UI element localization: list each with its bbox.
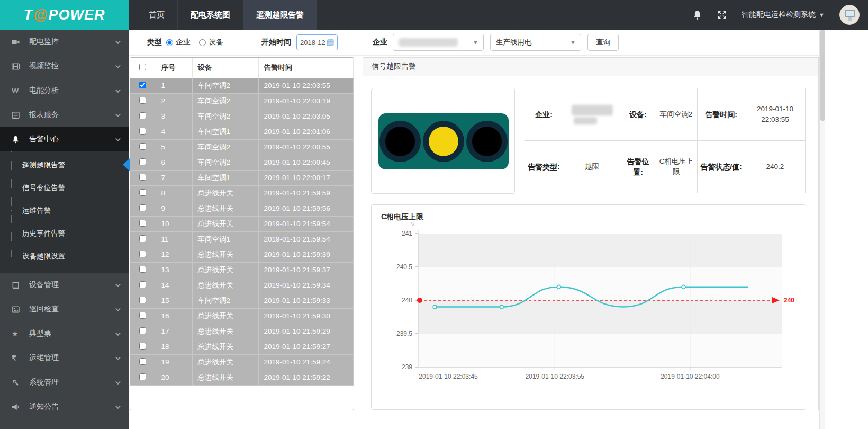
rupee-icon: ₹	[12, 354, 22, 362]
table-row[interactable]: 11 车间空调1 2019-01-10 21:59:54	[130, 231, 354, 247]
row-checkbox[interactable]	[139, 373, 146, 380]
table-row[interactable]: 20 总进线开关 2019-01-10 21:59:22	[130, 370, 354, 385]
start-time-input[interactable]: 2018-12	[296, 34, 338, 50]
select-all-checkbox[interactable]	[139, 64, 146, 70]
row-checkbox[interactable]	[139, 97, 146, 104]
sidebar-item-notice[interactable]: 通知公告	[0, 395, 129, 419]
sidebar-subitem-signal-change-alarm[interactable]: 信号变位告警	[0, 176, 129, 199]
page-scrollbar-thumb[interactable]	[820, 30, 825, 121]
image-icon	[12, 306, 22, 314]
table-row[interactable]: 19 总进线开关 2019-01-10 21:59:24	[130, 354, 354, 370]
type-radio-0[interactable]: 企业	[166, 38, 191, 47]
table-row[interactable]: 4 车间空调1 2019-01-10 22:01:06	[130, 124, 354, 139]
table-row[interactable]: 9 总进线开关 2019-01-10 21:59:56	[130, 201, 354, 216]
table-row[interactable]: 17 总进线开关 2019-01-10 21:59:29	[130, 324, 354, 339]
table-row[interactable]: 8 总进线开关 2019-01-10 21:59:59	[130, 185, 354, 201]
type-radio-1[interactable]: 设备	[199, 38, 223, 47]
row-checkbox[interactable]	[139, 343, 146, 350]
row-checkbox[interactable]	[139, 251, 146, 257]
row-checkbox[interactable]	[139, 312, 146, 319]
fullscreen-icon[interactable]	[717, 10, 727, 20]
row-checkbox[interactable]	[139, 235, 146, 242]
sidebar-subitem-device-limit-setting[interactable]: 设备越限设置	[0, 245, 129, 267]
svg-text:241: 241	[402, 230, 412, 237]
row-checkbox[interactable]	[139, 112, 146, 119]
table-row[interactable]: 6 车间空调2 2019-01-10 22:00:45	[130, 155, 354, 170]
sidebar: 配电监控 视频监控 ₩ 电能分析 报表服务 告警中心 遥测越限告警信号变位告警运…	[0, 30, 129, 429]
detail-panel-title: 信号越限告警	[363, 58, 818, 76]
sidebar-subitem-telemetry-limit-alarm[interactable]: 遥测越限告警	[0, 154, 129, 176]
sidebar-item-distribution-monitor[interactable]: 配电监控	[0, 30, 129, 54]
sidebar-item-alarm-center[interactable]: 告警中心	[0, 127, 129, 151]
sidebar-item-system-mgmt[interactable]: 系统管理	[0, 370, 129, 395]
table-row[interactable]: 5 车间空调2 2019-01-10 22:00:55	[130, 139, 354, 155]
info-label: 告警位置:	[621, 141, 655, 193]
row-checkbox[interactable]	[139, 128, 146, 135]
nav-tab-telemetry-limit-alarm[interactable]: 遥测越限告警	[243, 0, 317, 30]
sidebar-item-report-service[interactable]: 报表服务	[0, 103, 129, 127]
sidebar-item-patrol-inspection[interactable]: 巡回检查	[0, 297, 129, 321]
chevron-down-icon	[115, 282, 121, 287]
alarm-info-table: 企业:设备:车间空调2告警时间:2019-01-10 22:03:55告警类型:…	[525, 88, 806, 194]
nav-tab-distribution-diagram[interactable]: 配电系统图	[177, 0, 243, 30]
user-avatar[interactable]	[839, 5, 860, 25]
row-checkbox[interactable]	[139, 143, 146, 150]
sidebar-subitem-ops-alarm[interactable]: 运维告警	[0, 199, 129, 222]
alarm-table: 序号 设备 告警时间 1 车间空调2 2019-01-10 22:03:55 2…	[130, 58, 354, 386]
chevron-down-icon	[115, 112, 121, 117]
row-checkbox[interactable]	[139, 82, 146, 88]
table-row[interactable]: 13 总进线开关 2019-01-10 21:59:37	[130, 262, 354, 278]
row-checkbox[interactable]	[139, 158, 146, 165]
row-checkbox[interactable]	[139, 266, 146, 273]
radio-input[interactable]	[166, 39, 173, 46]
query-button[interactable]: 查询	[587, 34, 619, 51]
nav-tab-home[interactable]: 首页	[136, 0, 177, 30]
sidebar-subitem-history-event-alarm[interactable]: 历史事件告警	[0, 222, 129, 245]
type-radio-group: 企业设备	[166, 38, 223, 47]
sidebar-item-video-monitor[interactable]: 视频监控	[0, 54, 129, 78]
notification-bell-icon[interactable]	[692, 10, 702, 20]
megaphone-icon	[12, 403, 22, 411]
sidebar-item-ops-mgmt[interactable]: ₹ 运维管理	[0, 346, 129, 370]
table-row[interactable]: 16 总进线开关 2019-01-10 21:59:30	[130, 308, 354, 324]
chevron-down-icon	[115, 379, 121, 385]
filter-bar: 类型 企业设备 开始时间 2018-12 企业 ▼ 生产线用电 ▼ 查询	[129, 30, 819, 56]
sidebar-item-energy-analysis[interactable]: ₩ 电能分析	[0, 78, 129, 103]
table-row[interactable]: 1 车间空调2 2019-01-10 22:03:55	[130, 78, 354, 93]
row-checkbox[interactable]	[139, 220, 146, 227]
row-checkbox[interactable]	[139, 189, 146, 196]
svg-text:2019-01-10 22:04:00: 2019-01-10 22:04:00	[661, 373, 720, 380]
start-time-value: 2018-12	[300, 39, 326, 47]
radio-input[interactable]	[199, 39, 206, 46]
table-row[interactable]: 14 总进线开关 2019-01-10 21:59:34	[130, 278, 354, 293]
company-select[interactable]: ▼	[393, 34, 484, 51]
table-row[interactable]: 2 车间空调2 2019-01-10 22:03:19	[130, 93, 354, 109]
row-checkbox[interactable]	[139, 174, 146, 181]
table-row[interactable]: 3 车间空调2 2019-01-10 22:03:05	[130, 109, 354, 124]
bell-icon	[12, 136, 22, 144]
row-checkbox[interactable]	[139, 358, 146, 365]
table-row[interactable]: 12 总进线开关 2019-01-10 21:59:39	[130, 247, 354, 262]
row-checkbox[interactable]	[139, 297, 146, 303]
svg-text:240: 240	[402, 297, 412, 304]
table-row[interactable]: 15 车间空调2 2019-01-10 21:59:33	[130, 293, 354, 308]
alarm-table-panel: 序号 设备 告警时间 1 车间空调2 2019-01-10 22:03:55 2…	[130, 57, 354, 410]
sidebar-item-device-mgmt[interactable]: 设备管理	[0, 273, 129, 297]
sidebar-group-alarm-center: 告警中心 遥测越限告警信号变位告警运维告警历史事件告警设备越限设置	[0, 127, 129, 273]
svg-text:V: V	[411, 222, 415, 228]
film-icon	[12, 62, 22, 70]
sidebar-submenu: 遥测越限告警信号变位告警运维告警历史事件告警设备越限设置	[0, 151, 129, 273]
row-checkbox[interactable]	[139, 281, 146, 288]
row-checkbox[interactable]	[139, 204, 146, 211]
table-row[interactable]: 18 总进线开关 2019-01-10 21:59:27	[130, 339, 354, 354]
row-checkbox[interactable]	[139, 327, 146, 334]
system-title-dropdown[interactable]: 智能配电运检检测系统 ▼	[742, 10, 825, 20]
table-row[interactable]: 7 车间空调1 2019-01-10 22:00:17	[130, 170, 354, 185]
wrench-icon	[12, 379, 22, 387]
chevron-down-icon	[115, 404, 121, 409]
sidebar-item-typical-ticket[interactable]: ★ 典型票	[0, 321, 129, 346]
traffic-lamp-1	[423, 121, 464, 162]
info-value	[563, 88, 621, 141]
line-select[interactable]: 生产线用电 ▼	[490, 34, 581, 51]
table-row[interactable]: 10 总进线开关 2019-01-10 21:59:54	[130, 216, 354, 231]
